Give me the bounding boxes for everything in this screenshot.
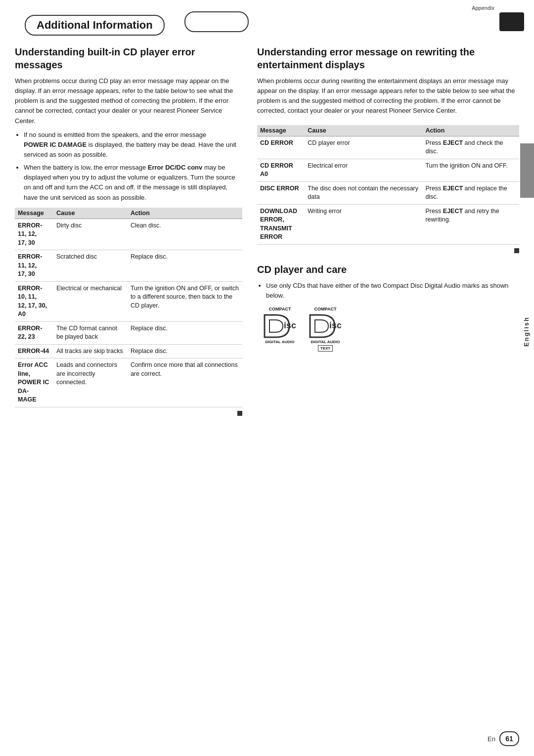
logo1-top-label: COMPACT [269,307,291,311]
cd-care-section: CD player and care Use only CDs that hav… [257,263,519,352]
logo2-bottom-label: TEXT [318,345,333,352]
rrow2-cause: Electrical error [305,159,422,181]
logo2-disc-wrapper: isc [308,312,343,340]
rrow1-action: Press EJECT and check the disc. [422,136,519,159]
table-row: CD ERROR A0 Electrical error Turn the ig… [257,159,519,181]
rcol-cause: Cause [305,125,422,136]
left-intro-text: When problems occur during CD play an er… [15,76,242,126]
right-column: Understanding error message on rewriting… [257,45,519,416]
rrow4-action: Press EJECT and retry the rewriting. [422,204,519,244]
row1-message: ERROR-11, 12,17, 30 [15,219,53,250]
col-action: Action [128,208,242,219]
header-row: Additional Information [0,0,534,36]
rrow1-cause: CD player error [305,136,422,159]
page-container: Appendix Additional Information English … [0,0,534,756]
cd-logos: COMPACT isc DIGITAL AUDIO [262,307,519,352]
col-cause: Cause [53,208,128,219]
row1-action: Clean disc. [128,219,242,250]
black-tab [499,12,524,31]
rrow4-cause: Writing error [305,204,422,244]
row6-message: Error ACC line,POWER IC DA-MAGE [15,358,53,407]
table-row: Error ACC line,POWER IC DA-MAGE Leads an… [15,358,242,407]
english-tab: English [520,143,534,198]
rrow3-action: Press EJECT and replace the disc. [422,181,519,204]
cd-care-title: CD player and care [257,263,519,276]
header-right-box [184,11,249,32]
bullet-1: If no sound is emitted from the speakers… [24,130,242,160]
rcol-message: Message [257,125,305,136]
rrow1-message: CD ERROR [257,136,305,159]
row2-message: ERROR-11, 12,17, 30 [15,250,53,282]
logo2-sub-label: DIGITAL AUDIO [311,340,340,344]
col-message: Message [15,208,53,219]
rrow2-action: Turn the ignition ON and OFF. [422,159,519,181]
row3-message: ERROR-10, 11,12, 17, 30, A0 [15,281,53,321]
table-row: ERROR-22, 23 The CD format cannot be pla… [15,321,242,344]
en-label: En [488,735,495,743]
rrow2-message: CD ERROR A0 [257,159,305,181]
table-row: ERROR-11, 12,17, 30 Dirty disc Clean dis… [15,219,242,250]
disc-logo-1: COMPACT isc DIGITAL AUDIO [262,307,298,352]
footnote-square-right [514,248,519,253]
row3-action: Turn the ignition ON and OFF, or switch … [128,281,242,321]
english-label: English [523,316,530,347]
row2-action: Replace disc. [128,250,242,282]
row4-message: ERROR-22, 23 [15,321,53,344]
row4-action: Replace disc. [128,321,242,344]
table-row: DISC ERROR The disc does not contain the… [257,181,519,204]
left-error-table: Message Cause Action ERROR-11, 12,17, 30… [15,208,242,407]
logo1-svg: isc [262,312,298,340]
left-bullet-list: If no sound is emitted from the speakers… [24,130,242,203]
svg-text:isc: isc [284,320,296,330]
row2-cause: Scratched disc [53,250,128,282]
right-intro-text: When problems occur during rewriting the… [257,76,519,116]
page-number: 61 [499,731,519,746]
table-row: ERROR-44 All tracks are skip tracks Repl… [15,344,242,358]
row4-cause: The CD format cannot be played back [53,321,128,344]
appendix-label: Appendix [472,5,494,11]
bottom-area: En 61 [488,731,519,746]
row5-message: ERROR-44 [15,344,53,358]
cd-care-list: Use only CDs that have either of the two… [266,281,519,301]
disc-logo-2: COMPACT isc DIGITAL AUDIO TEXT [308,307,343,352]
left-section-title: Understanding built-in CD player error m… [15,45,242,71]
table-row: DOWNLOADERROR,TRANSMITERROR Writing erro… [257,204,519,244]
rrow3-cause: The disc does not contain the necessary … [305,181,422,204]
row5-cause: All tracks are skip tracks [53,344,128,358]
content-area: Understanding built-in CD player error m… [0,36,534,416]
row1-cause: Dirty disc [53,219,128,250]
row6-action: Confirm once more that all connections a… [128,358,242,407]
right-error-table: Message Cause Action CD ERROR CD player … [257,125,519,245]
bullet-2: When the battery is low, the error messa… [24,163,242,203]
right-section-title: Understanding error message on rewriting… [257,45,519,71]
rcol-action: Action [422,125,519,136]
row6-cause: Leads and connectors are incorrectly con… [53,358,128,407]
rrow4-message: DOWNLOADERROR,TRANSMITERROR [257,204,305,244]
right-footnote [257,247,519,253]
logo2-svg: isc [308,312,343,340]
right-table-section: Message Cause Action CD ERROR CD player … [257,125,519,245]
cd-care-bullet1: Use only CDs that have either of the two… [266,281,519,301]
rrow3-message: DISC ERROR [257,181,305,204]
logo2-top-label: COMPACT [314,307,337,311]
footnote-square-left [237,411,242,416]
table-row: CD ERROR CD player error Press EJECT and… [257,136,519,159]
left-column: Understanding built-in CD player error m… [15,45,242,416]
row3-cause: Electrical or mechanical [53,281,128,321]
svg-text:isc: isc [329,320,342,330]
logo1-disc-wrapper: isc [262,312,298,340]
logo1-bottom-label: DIGITAL AUDIO [266,340,295,344]
additional-info-heading: Additional Information [25,15,165,36]
table-row: ERROR-11, 12,17, 30 Scratched disc Repla… [15,250,242,282]
table-row: ERROR-10, 11,12, 17, 30, A0 Electrical o… [15,281,242,321]
left-footnote [15,409,242,416]
row5-action: Replace disc. [128,344,242,358]
